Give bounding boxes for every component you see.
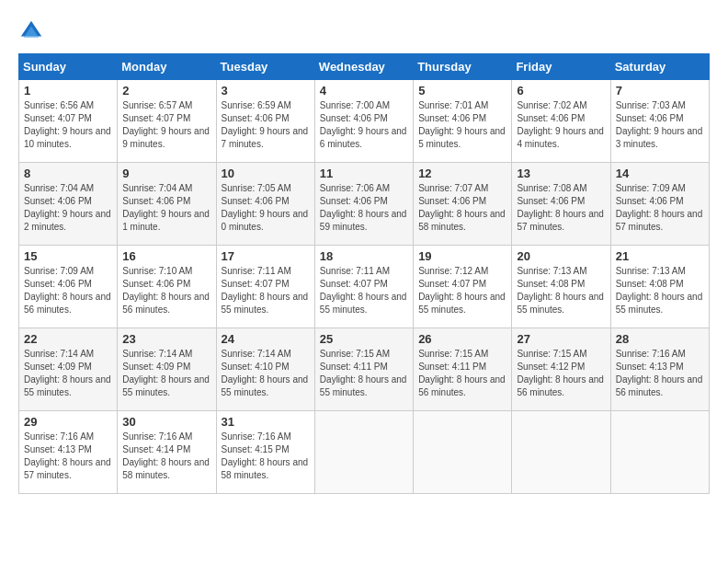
day-number: 25 xyxy=(320,332,408,346)
day-number: 6 xyxy=(517,84,605,98)
calendar-week-row: 8Sunrise: 7:04 AMSunset: 4:06 PMDaylight… xyxy=(19,163,710,246)
day-number: 16 xyxy=(122,249,210,263)
calendar-table: SundayMondayTuesdayWednesdayThursdayFrid… xyxy=(18,53,710,494)
day-number: 29 xyxy=(24,415,112,429)
day-info: Sunrise: 6:56 AMSunset: 4:07 PMDaylight:… xyxy=(24,99,112,151)
logo-icon xyxy=(18,18,44,44)
day-info: Sunrise: 7:16 AMSunset: 4:14 PMDaylight:… xyxy=(122,431,210,482)
weekday-header-thursday: Thursday xyxy=(414,54,512,80)
day-info: Sunrise: 7:04 AMSunset: 4:06 PMDaylight:… xyxy=(24,182,112,234)
calendar-cell xyxy=(314,411,413,494)
day-number: 20 xyxy=(517,249,605,263)
calendar-cell: 16Sunrise: 7:10 AMSunset: 4:06 PMDayligh… xyxy=(118,246,216,328)
day-number: 17 xyxy=(222,249,310,263)
day-number: 18 xyxy=(320,249,408,263)
calendar-cell: 27Sunrise: 7:15 AMSunset: 4:12 PMDayligh… xyxy=(512,328,610,411)
page-header xyxy=(18,18,710,44)
calendar-cell: 30Sunrise: 7:16 AMSunset: 4:14 PMDayligh… xyxy=(118,411,216,494)
day-number: 4 xyxy=(320,84,408,98)
calendar-cell: 12Sunrise: 7:07 AMSunset: 4:06 PMDayligh… xyxy=(414,163,512,246)
day-info: Sunrise: 7:07 AMSunset: 4:06 PMDaylight:… xyxy=(418,182,506,234)
weekday-header-wednesday: Wednesday xyxy=(314,54,413,80)
day-info: Sunrise: 7:05 AMSunset: 4:06 PMDaylight:… xyxy=(222,182,310,234)
day-info: Sunrise: 7:16 AMSunset: 4:13 PMDaylight:… xyxy=(616,348,704,399)
day-number: 8 xyxy=(24,167,112,180)
day-number: 13 xyxy=(517,167,605,180)
calendar-cell: 18Sunrise: 7:11 AMSunset: 4:07 PMDayligh… xyxy=(314,246,413,328)
day-info: Sunrise: 7:13 AMSunset: 4:08 PMDaylight:… xyxy=(616,265,704,316)
day-info: Sunrise: 7:11 AMSunset: 4:07 PMDaylight:… xyxy=(222,265,310,316)
day-info: Sunrise: 7:14 AMSunset: 4:09 PMDaylight:… xyxy=(24,348,112,399)
day-info: Sunrise: 7:02 AMSunset: 4:06 PMDaylight:… xyxy=(517,99,605,151)
calendar-cell xyxy=(512,411,610,494)
calendar-week-row: 1Sunrise: 6:56 AMSunset: 4:07 PMDaylight… xyxy=(19,80,710,163)
calendar-cell: 17Sunrise: 7:11 AMSunset: 4:07 PMDayligh… xyxy=(216,246,314,328)
calendar-cell: 31Sunrise: 7:16 AMSunset: 4:15 PMDayligh… xyxy=(216,411,314,494)
day-number: 9 xyxy=(122,167,210,180)
calendar-cell: 15Sunrise: 7:09 AMSunset: 4:06 PMDayligh… xyxy=(19,246,118,328)
day-number: 28 xyxy=(616,332,704,346)
day-info: Sunrise: 6:59 AMSunset: 4:06 PMDaylight:… xyxy=(222,99,310,151)
day-info: Sunrise: 7:09 AMSunset: 4:06 PMDaylight:… xyxy=(616,182,704,234)
calendar-cell xyxy=(414,411,512,494)
calendar-cell: 24Sunrise: 7:14 AMSunset: 4:10 PMDayligh… xyxy=(216,328,314,411)
calendar-cell: 7Sunrise: 7:03 AMSunset: 4:06 PMDaylight… xyxy=(610,80,709,163)
day-info: Sunrise: 7:00 AMSunset: 4:06 PMDaylight:… xyxy=(320,99,408,151)
day-info: Sunrise: 7:11 AMSunset: 4:07 PMDaylight:… xyxy=(320,265,408,316)
day-info: Sunrise: 7:15 AMSunset: 4:11 PMDaylight:… xyxy=(418,348,506,399)
day-info: Sunrise: 7:08 AMSunset: 4:06 PMDaylight:… xyxy=(517,182,605,234)
day-number: 15 xyxy=(24,249,112,263)
calendar-week-row: 15Sunrise: 7:09 AMSunset: 4:06 PMDayligh… xyxy=(19,246,710,328)
day-info: Sunrise: 7:13 AMSunset: 4:08 PMDaylight:… xyxy=(517,265,605,316)
calendar-cell xyxy=(610,411,709,494)
calendar-cell: 13Sunrise: 7:08 AMSunset: 4:06 PMDayligh… xyxy=(512,163,610,246)
day-info: Sunrise: 7:15 AMSunset: 4:11 PMDaylight:… xyxy=(320,348,408,399)
day-info: Sunrise: 7:10 AMSunset: 4:06 PMDaylight:… xyxy=(122,265,210,316)
calendar-cell: 4Sunrise: 7:00 AMSunset: 4:06 PMDaylight… xyxy=(314,80,413,163)
calendar-cell: 2Sunrise: 6:57 AMSunset: 4:07 PMDaylight… xyxy=(118,80,216,163)
calendar-cell: 23Sunrise: 7:14 AMSunset: 4:09 PMDayligh… xyxy=(118,328,216,411)
calendar-cell: 29Sunrise: 7:16 AMSunset: 4:13 PMDayligh… xyxy=(19,411,118,494)
calendar-cell: 11Sunrise: 7:06 AMSunset: 4:06 PMDayligh… xyxy=(314,163,413,246)
calendar-cell: 6Sunrise: 7:02 AMSunset: 4:06 PMDaylight… xyxy=(512,80,610,163)
day-info: Sunrise: 7:12 AMSunset: 4:07 PMDaylight:… xyxy=(418,265,506,316)
calendar-week-row: 22Sunrise: 7:14 AMSunset: 4:09 PMDayligh… xyxy=(19,328,710,411)
weekday-header-row: SundayMondayTuesdayWednesdayThursdayFrid… xyxy=(19,54,710,80)
day-info: Sunrise: 6:57 AMSunset: 4:07 PMDaylight:… xyxy=(122,99,210,151)
calendar-cell: 25Sunrise: 7:15 AMSunset: 4:11 PMDayligh… xyxy=(314,328,413,411)
weekday-header-sunday: Sunday xyxy=(19,54,118,80)
day-number: 26 xyxy=(418,332,506,346)
calendar-cell: 5Sunrise: 7:01 AMSunset: 4:06 PMDaylight… xyxy=(414,80,512,163)
day-number: 27 xyxy=(517,332,605,346)
calendar-cell: 8Sunrise: 7:04 AMSunset: 4:06 PMDaylight… xyxy=(19,163,118,246)
day-number: 23 xyxy=(122,332,210,346)
day-info: Sunrise: 7:06 AMSunset: 4:06 PMDaylight:… xyxy=(320,182,408,234)
day-info: Sunrise: 7:16 AMSunset: 4:15 PMDaylight:… xyxy=(222,431,310,482)
day-number: 24 xyxy=(222,332,310,346)
weekday-header-saturday: Saturday xyxy=(610,54,709,80)
calendar-week-row: 29Sunrise: 7:16 AMSunset: 4:13 PMDayligh… xyxy=(19,411,710,494)
logo xyxy=(18,18,48,44)
day-number: 1 xyxy=(24,84,112,98)
day-number: 12 xyxy=(418,167,506,180)
day-number: 30 xyxy=(122,415,210,429)
weekday-header-monday: Monday xyxy=(118,54,216,80)
day-number: 14 xyxy=(616,167,704,180)
day-number: 7 xyxy=(616,84,704,98)
day-number: 21 xyxy=(616,249,704,263)
day-number: 3 xyxy=(222,84,310,98)
day-number: 2 xyxy=(122,84,210,98)
day-info: Sunrise: 7:09 AMSunset: 4:06 PMDaylight:… xyxy=(24,265,112,316)
day-info: Sunrise: 7:04 AMSunset: 4:06 PMDaylight:… xyxy=(122,182,210,234)
day-info: Sunrise: 7:15 AMSunset: 4:12 PMDaylight:… xyxy=(517,348,605,399)
day-info: Sunrise: 7:01 AMSunset: 4:06 PMDaylight:… xyxy=(418,99,506,151)
day-info: Sunrise: 7:03 AMSunset: 4:06 PMDaylight:… xyxy=(616,99,704,151)
calendar-cell: 22Sunrise: 7:14 AMSunset: 4:09 PMDayligh… xyxy=(19,328,118,411)
calendar-cell: 9Sunrise: 7:04 AMSunset: 4:06 PMDaylight… xyxy=(118,163,216,246)
day-info: Sunrise: 7:16 AMSunset: 4:13 PMDaylight:… xyxy=(24,431,112,482)
calendar-cell: 14Sunrise: 7:09 AMSunset: 4:06 PMDayligh… xyxy=(610,163,709,246)
calendar-cell: 26Sunrise: 7:15 AMSunset: 4:11 PMDayligh… xyxy=(414,328,512,411)
calendar-cell: 3Sunrise: 6:59 AMSunset: 4:06 PMDaylight… xyxy=(216,80,314,163)
calendar-cell: 20Sunrise: 7:13 AMSunset: 4:08 PMDayligh… xyxy=(512,246,610,328)
calendar-cell: 1Sunrise: 6:56 AMSunset: 4:07 PMDaylight… xyxy=(19,80,118,163)
